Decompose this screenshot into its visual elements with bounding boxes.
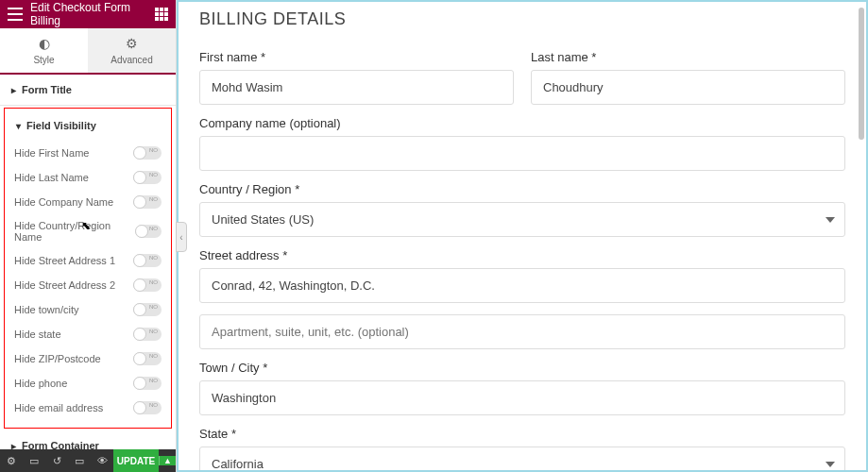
street-address-1-field[interactable] [199, 268, 845, 303]
toggle-row: Hide Company NameNO [5, 190, 171, 214]
city-label: Town / City * [199, 361, 845, 375]
toggle-row: Hide Last NameNO [5, 165, 171, 190]
toggle-switch[interactable]: NO [133, 254, 162, 267]
update-button[interactable]: UPDATE [113, 449, 159, 472]
toggle-switch[interactable]: NO [133, 146, 162, 160]
country-select[interactable]: United States (US) [199, 202, 845, 237]
section-form-container[interactable]: ▸Form Container [0, 430, 176, 449]
settings-icon[interactable]: ⚙ [0, 455, 23, 467]
toggle-switch[interactable]: NO [133, 303, 162, 316]
collapse-panel-handle[interactable]: ‹ [176, 222, 187, 252]
chevron-down-icon: ▾ [16, 121, 21, 131]
toggle-row: Hide phoneNO [5, 371, 171, 396]
toggle-row: Hide ZIP/PostcodeNO [5, 346, 171, 371]
panel-header: Edit Checkout Form Billing [0, 0, 176, 28]
last-name-label: Last name * [531, 50, 845, 64]
preview-icon[interactable]: 👁 [91, 455, 113, 466]
update-options-button[interactable]: ▲ [159, 456, 176, 465]
toggle-switch[interactable]: NO [135, 225, 162, 238]
company-label: Company name (optional) [199, 116, 845, 130]
panel-title: Edit Checkout Form Billing [30, 1, 155, 27]
toggle-row: Hide First NameNO [5, 141, 171, 165]
street-address-2-field[interactable] [199, 314, 845, 349]
hamburger-icon[interactable] [8, 8, 23, 21]
toggle-row: Hide Country/Region NameNO [5, 214, 171, 248]
toggle-row: Hide town/cityNO [5, 297, 171, 322]
billing-heading: BILLING DETAILS [199, 9, 845, 29]
chevron-right-icon: ▸ [11, 441, 16, 450]
toggle-switch[interactable]: NO [133, 195, 162, 209]
country-label: Country / Region * [199, 182, 845, 196]
history-icon[interactable]: ↺ [45, 455, 68, 467]
toggle-switch[interactable]: NO [133, 352, 162, 365]
toggle-switch[interactable]: NO [133, 328, 162, 341]
company-field[interactable] [199, 136, 845, 171]
first-name-field[interactable] [199, 70, 514, 105]
toggle-switch[interactable]: NO [133, 377, 162, 390]
last-name-field[interactable] [531, 70, 845, 105]
first-name-label: First name * [199, 50, 514, 64]
chevron-right-icon: ▸ [11, 85, 16, 95]
navigator-icon[interactable]: ▭ [23, 455, 45, 467]
responsive-icon[interactable]: ▭ [68, 455, 91, 467]
preview-area: BILLING DETAILS First name * Last name *… [177, 0, 868, 472]
street-label: Street address * [199, 248, 845, 262]
toggle-row: Hide Street Address 2NO [5, 273, 171, 297]
toggle-row: Hide Street Address 1NO [5, 248, 171, 273]
toggle-row: Hide email addressNO [5, 396, 171, 420]
panel-footer: ⚙ ▭ ↺ ▭ 👁 UPDATE ▲ [0, 449, 176, 472]
panel-tabs: ◐Style ⚙Advanced [0, 28, 176, 75]
gear-icon: ⚙ [88, 36, 176, 51]
toggle-switch[interactable]: NO [133, 278, 162, 292]
contrast-icon: ◐ [0, 36, 88, 51]
apps-icon[interactable] [155, 8, 168, 21]
highlight-box: ▾Field Visibility Hide First NameNO Hide… [4, 108, 172, 429]
toggle-switch[interactable]: NO [133, 171, 162, 184]
toggle-list: Hide First NameNO Hide Last NameNO Hide … [5, 141, 171, 420]
tab-style[interactable]: ◐Style [0, 28, 88, 73]
tab-advanced[interactable]: ⚙Advanced [88, 28, 176, 73]
state-select[interactable]: California [199, 447, 845, 472]
toggle-row: Hide stateNO [5, 322, 171, 346]
section-form-title[interactable]: ▸Form Title [0, 75, 176, 106]
section-field-visibility[interactable]: ▾Field Visibility [5, 110, 171, 141]
scrollbar-thumb[interactable] [859, 8, 864, 140]
city-field[interactable] [199, 380, 845, 415]
state-label: State * [199, 427, 845, 441]
toggle-switch[interactable]: NO [133, 401, 162, 414]
